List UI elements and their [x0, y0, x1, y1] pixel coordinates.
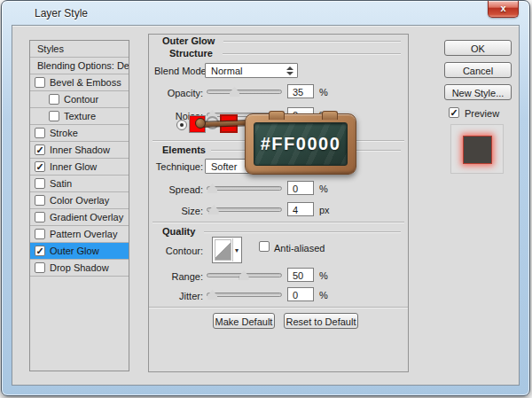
- opacity-value-field[interactable]: 35: [287, 84, 314, 98]
- size-slider[interactable]: [207, 207, 282, 212]
- style-checkbox[interactable]: [35, 195, 45, 206]
- close-icon: x: [500, 3, 505, 13]
- technique-label: Technique:: [154, 161, 203, 172]
- blend-mode-value: Normal: [211, 66, 242, 76]
- sidebar-item-bevel-emboss[interactable]: Bevel & Emboss: [30, 74, 129, 91]
- jitter-slider-thumb[interactable]: [207, 290, 217, 300]
- spread-label: Spread:: [154, 184, 203, 195]
- ok-button[interactable]: OK: [444, 40, 512, 56]
- sidebar-item-label: Color Overlay: [50, 195, 109, 206]
- spread-slider-thumb[interactable]: [207, 183, 217, 193]
- sidebar-item-label: Satin: [50, 178, 72, 189]
- range-label: Range:: [154, 271, 203, 282]
- style-checkbox[interactable]: [35, 128, 45, 138]
- color-callout-badge: #FF0000: [245, 113, 356, 175]
- sidebar-item-gradient-overlay[interactable]: Gradient Overlay: [30, 209, 129, 226]
- range-slider[interactable]: [207, 273, 282, 277]
- hex-color-text: #FF0000: [261, 134, 341, 154]
- styles-list: Styles Blending Options: DefaultBevel & …: [29, 40, 129, 371]
- range-value-field[interactable]: 50: [287, 268, 314, 282]
- structure-heading: Structure: [169, 48, 213, 59]
- sidebar-item-label: Inner Shadow: [50, 144, 110, 155]
- contour-thumbnail: [215, 239, 231, 261]
- titlebar[interactable]: Layer Style x: [2, 1, 529, 26]
- dialog-content: Styles Blending Options: DefaultBevel & …: [12, 25, 520, 386]
- sidebar-item-drop-shadow[interactable]: Drop Shadow: [30, 260, 129, 277]
- style-checkbox[interactable]: ✓: [35, 161, 45, 172]
- jitter-label: Jitter:: [154, 291, 203, 301]
- opacity-slider[interactable]: [207, 90, 282, 94]
- sidebar-item-inner-glow[interactable]: ✓Inner Glow: [30, 159, 129, 176]
- jitter-slider[interactable]: [207, 293, 282, 297]
- window-title: Layer Style: [35, 7, 88, 20]
- sidebar-item-label: Stroke: [50, 128, 78, 138]
- quality-heading: Quality: [162, 226, 195, 237]
- panel-title: Outer Glow: [162, 35, 215, 46]
- blend-mode-dropdown[interactable]: Normal: [205, 63, 298, 78]
- preview-checkbox[interactable]: ✓: [449, 107, 459, 118]
- jitter-unit: %: [319, 290, 328, 300]
- contour-picker[interactable]: ▾: [212, 237, 242, 263]
- sidebar-item-stroke[interactable]: Stroke: [30, 125, 129, 142]
- chalkboard: #FF0000: [254, 122, 348, 166]
- technique-value: Softer: [211, 161, 237, 172]
- screenshot-root: Layer Style x Styles Blending Options: D…: [0, 0, 532, 398]
- spread-unit: %: [319, 183, 328, 194]
- sidebar-item-label: Texture: [64, 111, 96, 121]
- range-unit: %: [319, 270, 328, 281]
- jitter-value-field[interactable]: 0: [287, 287, 314, 301]
- divider: [223, 53, 401, 55]
- divider: [204, 231, 401, 233]
- size-label: Size:: [154, 206, 203, 216]
- sidebar-item-label: Blending Options: Default: [37, 60, 129, 71]
- sidebar-item-color-overlay[interactable]: Color Overlay: [30, 192, 129, 209]
- size-slider-thumb[interactable]: [209, 205, 219, 215]
- divider: [153, 222, 404, 223]
- style-checkbox[interactable]: ✓: [35, 144, 45, 155]
- spread-value-field[interactable]: 0: [287, 181, 314, 195]
- style-checkbox[interactable]: [35, 229, 45, 239]
- sidebar-item-pattern-overlay[interactable]: Pattern Overlay: [30, 226, 129, 243]
- sidebar-item-outer-glow[interactable]: ✓Outer Glow: [30, 243, 129, 260]
- opacity-label: Opacity:: [154, 88, 203, 98]
- blend-mode-label: Blend Mode:: [154, 66, 203, 76]
- style-checkbox[interactable]: [49, 111, 59, 121]
- opacity-slider-thumb[interactable]: [230, 87, 239, 97]
- updown-arrows-icon: [286, 66, 293, 75]
- sidebar-item-contour[interactable]: Contour: [30, 91, 129, 108]
- sidebar-item-blending-options-default[interactable]: Blending Options: Default: [30, 58, 129, 74]
- close-button[interactable]: x: [488, 1, 519, 18]
- sidebar-item-label: Bevel & Emboss: [50, 77, 121, 88]
- reset-to-default-button[interactable]: Reset to Default: [284, 313, 358, 329]
- anti-aliased-checkbox[interactable]: [259, 241, 270, 252]
- sidebar-item-satin[interactable]: Satin: [30, 176, 129, 192]
- style-checkbox[interactable]: [49, 94, 59, 105]
- range-slider-thumb[interactable]: [239, 270, 249, 280]
- spread-slider[interactable]: [207, 186, 282, 191]
- elements-heading: Elements: [162, 144, 206, 155]
- new-style-button[interactable]: New Style...: [444, 84, 512, 100]
- size-value-field[interactable]: 4: [287, 202, 314, 216]
- style-checkbox[interactable]: ✓: [35, 246, 45, 256]
- style-checkbox[interactable]: [35, 212, 45, 222]
- cancel-button[interactable]: Cancel: [444, 62, 512, 78]
- badge-mount-tab: [269, 111, 285, 120]
- chevron-down-icon[interactable]: ▾: [232, 238, 240, 261]
- pointer-knob: [195, 118, 206, 129]
- make-default-button[interactable]: Make Default: [213, 313, 275, 329]
- style-checkbox[interactable]: [35, 178, 45, 189]
- outer-glow-panel: Outer Glow Structure Blend Mode: Normal …: [148, 34, 409, 372]
- styles-list-header[interactable]: Styles: [30, 41, 129, 58]
- sidebar-item-label: Gradient Overlay: [50, 212, 123, 222]
- sidebar-item-inner-shadow[interactable]: ✓Inner Shadow: [30, 142, 129, 159]
- color-radio[interactable]: [176, 120, 187, 130]
- anti-aliased-label: Anti-aliased: [274, 243, 325, 254]
- style-checkbox[interactable]: [35, 77, 45, 88]
- style-checkbox[interactable]: [35, 262, 45, 273]
- sidebar-item-label: Outer Glow: [50, 246, 99, 256]
- sidebar-item-texture[interactable]: Texture: [30, 108, 129, 125]
- styles-header-label: Styles: [37, 43, 64, 54]
- sidebar-item-label: Drop Shadow: [50, 262, 109, 273]
- divider: [223, 41, 401, 43]
- sidebar-item-label: Pattern Overlay: [50, 229, 117, 239]
